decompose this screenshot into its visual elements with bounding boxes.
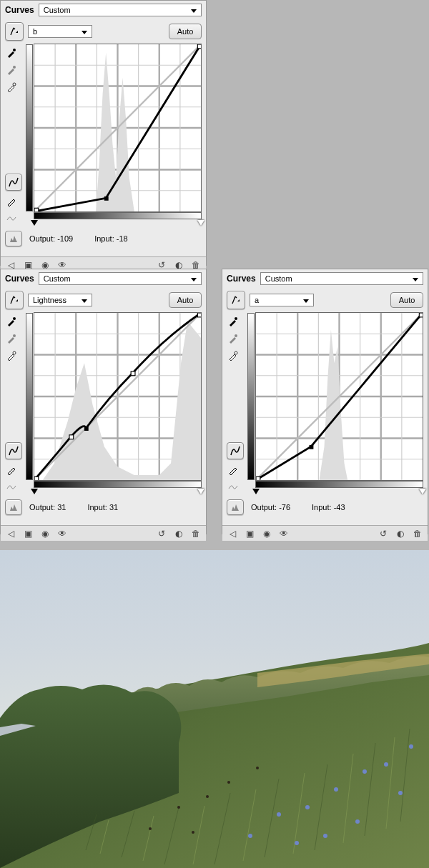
svg-point-92 xyxy=(206,795,209,798)
output-value: -76 xyxy=(279,503,290,512)
black-eyedropper-icon[interactable] xyxy=(227,315,240,328)
pencil-mode-icon[interactable] xyxy=(5,195,18,208)
targeted-adjust-tool[interactable] xyxy=(5,22,24,41)
preset-select[interactable]: Custom xyxy=(39,272,202,285)
preset-select[interactable]: Custom xyxy=(260,272,423,285)
reset-icon[interactable]: ↺ xyxy=(156,528,167,539)
panel-footer: ◁ ▣ ◉ 👁 ↺ ◐ 🗑 xyxy=(1,525,206,541)
targeted-adjust-tool[interactable] xyxy=(227,291,245,309)
mask-icon[interactable]: ◉ xyxy=(39,528,51,539)
input-gradient xyxy=(34,212,202,219)
clip-icon[interactable]: ▣ xyxy=(22,528,34,539)
smooth-icon[interactable] xyxy=(5,212,18,225)
panel-title: Curves xyxy=(5,274,34,284)
white-eyedropper-icon[interactable] xyxy=(227,349,240,362)
output-value: 31 xyxy=(57,503,66,512)
svg-point-96 xyxy=(192,831,194,834)
back-icon[interactable]: ◁ xyxy=(227,528,238,539)
panel-header: Curves Custom xyxy=(222,269,428,288)
visibility-icon[interactable]: 👁 xyxy=(56,528,68,539)
curves-graph[interactable] xyxy=(34,44,202,212)
prev-state-icon[interactable]: ◐ xyxy=(395,528,406,539)
eyedropper-stack xyxy=(5,44,22,225)
svg-point-90 xyxy=(277,812,281,817)
black-point-slider[interactable] xyxy=(252,489,260,494)
histogram-toggle-icon[interactable] xyxy=(5,231,22,246)
svg-point-0 xyxy=(13,49,16,51)
white-point-slider[interactable] xyxy=(197,220,204,226)
preview-image xyxy=(0,550,429,868)
reset-icon[interactable]: ↺ xyxy=(378,528,389,539)
trash-icon[interactable]: 🗑 xyxy=(412,528,423,539)
svg-point-22 xyxy=(13,334,16,337)
preset-value: Custom xyxy=(44,6,71,14)
black-eyedropper-icon[interactable] xyxy=(5,46,18,59)
svg-point-44 xyxy=(235,317,237,320)
pencil-mode-icon[interactable] xyxy=(5,464,18,477)
graph-area xyxy=(1,312,206,498)
input-value: -43 xyxy=(334,503,345,512)
black-point-slider[interactable] xyxy=(31,220,38,226)
histogram-toggle-icon[interactable] xyxy=(227,499,244,515)
smooth-icon[interactable] xyxy=(227,481,240,494)
auto-label: Auto xyxy=(177,296,194,304)
channel-row: b Auto xyxy=(1,19,206,44)
auto-button[interactable]: Auto xyxy=(169,292,202,308)
white-eyedropper-icon[interactable] xyxy=(5,81,18,94)
output-value: -109 xyxy=(57,234,73,243)
svg-rect-40 xyxy=(84,426,89,431)
panel-footer: ◁ ▣ ◉ 👁 ↺ ◐ 🗑 xyxy=(222,525,428,541)
prev-state-icon[interactable]: ◐ xyxy=(173,528,184,539)
svg-rect-41 xyxy=(131,371,135,376)
input-gradient xyxy=(255,481,423,488)
curves-panel-b: Curves Custom b Auto xyxy=(0,0,207,266)
white-point-slider[interactable] xyxy=(197,489,204,494)
svg-point-2 xyxy=(13,83,16,86)
readout-row: Output: 31 Input: 31 xyxy=(1,498,206,519)
back-icon[interactable]: ◁ xyxy=(5,528,16,539)
gray-eyedropper-icon[interactable] xyxy=(227,332,240,345)
curves-panel-a: Curves Custom a Auto xyxy=(222,269,428,534)
visibility-icon[interactable]: 👁 xyxy=(278,528,290,539)
targeted-adjust-tool[interactable] xyxy=(5,291,24,309)
curve-mode-button[interactable] xyxy=(227,442,244,459)
curve-mode-button[interactable] xyxy=(5,442,22,459)
svg-point-88 xyxy=(409,744,413,749)
channel-select[interactable]: a xyxy=(250,294,314,306)
svg-point-86 xyxy=(323,834,327,838)
curve-mode-button[interactable] xyxy=(5,174,22,191)
channel-select[interactable]: b xyxy=(28,25,92,38)
auto-button[interactable]: Auto xyxy=(390,292,423,308)
svg-point-91 xyxy=(177,806,180,809)
gray-eyedropper-icon[interactable] xyxy=(5,64,18,76)
channel-select[interactable]: Lightness xyxy=(28,294,92,306)
svg-point-80 xyxy=(305,805,310,809)
curves-graph[interactable] xyxy=(34,312,202,481)
histogram-toggle-icon[interactable] xyxy=(5,499,22,515)
clip-icon[interactable]: ▣ xyxy=(244,528,255,539)
black-eyedropper-icon[interactable] xyxy=(5,315,18,328)
svg-rect-39 xyxy=(69,435,74,439)
svg-rect-18 xyxy=(104,196,109,201)
auto-button[interactable]: Auto xyxy=(169,24,202,39)
channel-value: b xyxy=(33,27,37,36)
curves-graph[interactable] xyxy=(255,312,423,481)
output-label: Output: xyxy=(251,503,277,512)
white-eyedropper-icon[interactable] xyxy=(5,349,18,362)
gray-eyedropper-icon[interactable] xyxy=(5,332,18,345)
output-gradient xyxy=(247,313,255,480)
panel-header: Curves Custom xyxy=(1,1,206,19)
smooth-icon[interactable] xyxy=(5,481,18,494)
white-point-slider[interactable] xyxy=(419,489,426,494)
readout-row: Output: -76 Input: -43 xyxy=(222,498,428,519)
trash-icon[interactable]: 🗑 xyxy=(190,528,202,539)
preset-select[interactable]: Custom xyxy=(39,4,202,16)
svg-point-82 xyxy=(363,769,367,774)
channel-value: Lightness xyxy=(33,296,66,304)
input-value: 31 xyxy=(109,503,118,512)
mask-icon[interactable]: ◉ xyxy=(261,528,272,539)
pencil-mode-icon[interactable] xyxy=(227,464,240,477)
input-value: -18 xyxy=(117,234,128,243)
black-point-slider[interactable] xyxy=(31,489,38,494)
channel-row: a Auto xyxy=(222,288,428,312)
